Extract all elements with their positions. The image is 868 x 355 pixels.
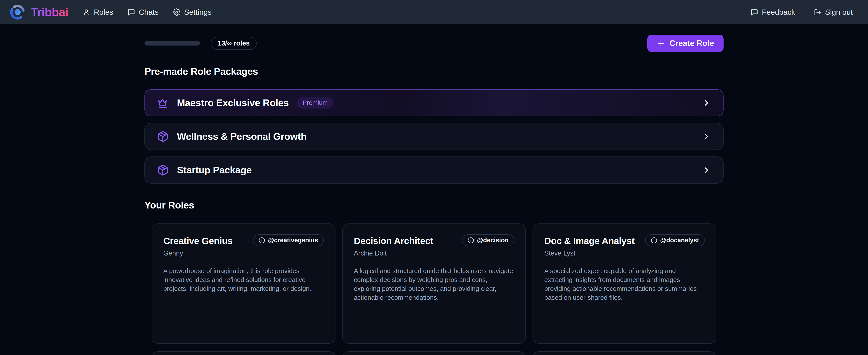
- role-handle-badge[interactable]: @creativegenius: [253, 234, 323, 246]
- nav-label: Sign out: [825, 8, 853, 17]
- sign-out-icon: [814, 8, 822, 16]
- role-card-decision-architect[interactable]: Decision Architect @decision Archie Doit…: [342, 224, 526, 344]
- chevron-right-icon: [702, 132, 711, 141]
- brand-logo[interactable]: Tribbai: [9, 4, 68, 20]
- role-description: A specialized expert capable of analyzin…: [544, 266, 705, 302]
- roles-count-badge: 13/∞ roles: [211, 37, 257, 50]
- role-title: Creative Genius: [163, 234, 232, 246]
- card-header: Creative Genius @creativegenius: [163, 234, 324, 246]
- role-description: A powerhouse of imagination, this role p…: [163, 266, 324, 293]
- your-roles-section-title: Your Roles: [145, 200, 723, 211]
- card-header: Doc & Image Analyst @docanalyst: [544, 234, 705, 246]
- info-icon: [258, 237, 265, 244]
- card-header: Decision Architect @decision: [354, 234, 514, 246]
- role-subtitle: Steve Lyst: [544, 249, 705, 257]
- nav-item-roles[interactable]: Roles: [83, 8, 113, 17]
- brand-name: Tribbai: [31, 5, 68, 19]
- create-role-label: Create Role: [670, 39, 714, 48]
- nav-label: Roles: [94, 8, 113, 17]
- package-row-wellness[interactable]: Wellness & Personal Growth: [145, 123, 723, 150]
- role-handle: @creativegenius: [268, 237, 318, 244]
- info-icon: [468, 237, 474, 244]
- app-header: Tribbai Roles Chats Settings Feedba: [0, 0, 868, 24]
- role-card-partial[interactable]: [152, 351, 336, 355]
- tribbai-logo-icon: [9, 4, 26, 20]
- packages-list: Maestro Exclusive Roles Premium Wellness…: [145, 89, 723, 183]
- package-icon: [157, 164, 169, 176]
- package-icon: [157, 131, 169, 142]
- role-card-partial[interactable]: [532, 351, 716, 355]
- main-content: 13/∞ roles Create Role Pre-made Role Pac…: [145, 35, 723, 355]
- main-nav: Roles Chats Settings: [83, 8, 211, 17]
- role-subtitle: Genny: [163, 249, 324, 257]
- user-icon: [83, 8, 90, 16]
- nav-label: Chats: [139, 8, 158, 17]
- role-handle: @decision: [477, 237, 508, 244]
- role-card-doc-image-analyst[interactable]: Doc & Image Analyst @docanalyst Steve Ly…: [532, 224, 716, 344]
- role-subtitle: Archie Doit: [354, 249, 514, 257]
- role-handle-badge[interactable]: @decision: [462, 234, 514, 246]
- feedback-button[interactable]: Feedback: [751, 8, 795, 17]
- roles-progress-bar: [145, 41, 200, 46]
- packages-section-title: Pre-made Role Packages: [145, 66, 723, 77]
- package-title: Startup Package: [177, 165, 252, 176]
- role-description: A logical and structured guide that help…: [354, 266, 514, 302]
- chevron-right-icon: [702, 166, 711, 175]
- gear-icon: [173, 8, 180, 16]
- nav-label: Settings: [184, 8, 211, 17]
- role-card-creative-genius[interactable]: Creative Genius @creativegenius Genny A …: [152, 224, 336, 344]
- nav-item-settings[interactable]: Settings: [173, 8, 211, 17]
- chat-bubble-icon: [128, 8, 135, 16]
- crown-icon: [157, 97, 169, 109]
- premium-badge: Premium: [297, 97, 334, 109]
- info-icon: [651, 237, 657, 244]
- sign-out-button[interactable]: Sign out: [814, 8, 853, 17]
- plus-icon: [657, 39, 665, 48]
- package-row-startup[interactable]: Startup Package: [145, 156, 723, 183]
- role-handle-badge[interactable]: @docanalyst: [645, 234, 705, 246]
- create-role-button[interactable]: Create Role: [647, 35, 723, 52]
- role-title: Doc & Image Analyst: [544, 234, 634, 246]
- role-handle: @docanalyst: [660, 237, 699, 244]
- roles-grid: Creative Genius @creativegenius Genny A …: [152, 224, 716, 355]
- chevron-right-icon: [702, 98, 711, 108]
- feedback-icon: [751, 8, 758, 16]
- nav-label: Feedback: [762, 8, 795, 17]
- package-row-maestro[interactable]: Maestro Exclusive Roles Premium: [145, 89, 723, 116]
- header-right-nav: Feedback Sign out: [751, 8, 853, 17]
- role-card-partial[interactable]: [342, 351, 526, 355]
- package-title: Wellness & Personal Growth: [177, 131, 307, 142]
- role-title: Decision Architect: [354, 234, 433, 246]
- nav-item-chats[interactable]: Chats: [128, 8, 158, 17]
- package-title: Maestro Exclusive Roles: [177, 97, 289, 109]
- roles-toolbar: 13/∞ roles Create Role: [145, 35, 723, 52]
